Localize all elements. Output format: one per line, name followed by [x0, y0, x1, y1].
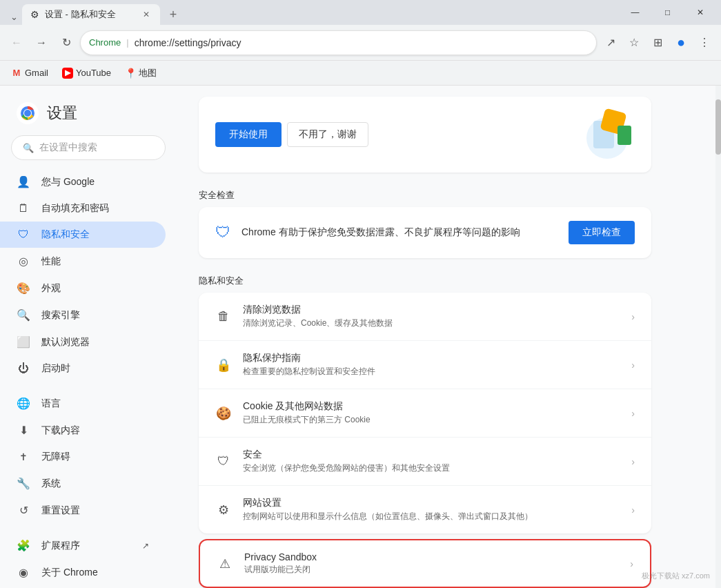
privacy-item-cookies[interactable]: 🍪 Cookie 及其他网站数据 已阻止无痕模式下的第三方 Cookie ›	[199, 389, 651, 438]
omnibox[interactable]: Chrome | chrome://settings/privacy	[80, 30, 597, 55]
content-inner: 开始使用 不用了，谢谢 安全检查 🛡 Chrome 有助于保护您免受数据泄露、不…	[177, 86, 673, 588]
chevron-right-icon-sandbox: ›	[630, 558, 633, 569]
privacy-sandbox-item[interactable]: ⚠ Privacy Sandbox 试用版功能已关闭 ›	[200, 540, 650, 587]
bookmark-maps[interactable]: 📍 地图	[119, 64, 162, 82]
tab-favicon: ⚙	[30, 9, 39, 20]
start-using-button[interactable]: 开始使用	[215, 122, 282, 147]
sidebar-item-system[interactable]: 🔧 系统	[0, 470, 166, 497]
privacy-guide-icon: 🔒	[215, 357, 232, 373]
forward-button[interactable]: →	[30, 32, 52, 54]
privacy-guide-subtitle: 检查重要的隐私控制设置和安全控件	[243, 366, 620, 378]
sidebar-item-reset-label: 重置设置	[41, 504, 80, 517]
active-tab[interactable]: ⚙ 设置 - 隐私和安全 ✕	[22, 4, 160, 25]
autofill-icon: 🗒	[17, 202, 30, 215]
share-icon[interactable]: ↗	[600, 32, 622, 54]
sidebar-item-appearance[interactable]: 🎨 外观	[0, 275, 166, 302]
sidebar-item-language[interactable]: 🌐 语言	[0, 390, 166, 417]
new-tab-button[interactable]: +	[163, 4, 184, 25]
search-engine-icon: 🔍	[17, 308, 30, 322]
scrollbar-track[interactable]	[715, 86, 721, 588]
security-check-card: 🛡 Chrome 有助于保护您免受数据泄露、不良扩展程序等问题的影响 立即检查	[199, 207, 651, 258]
sidebar-item-default-browser-label: 默认浏览器	[41, 336, 90, 349]
bookmark-icon[interactable]: ☆	[623, 32, 645, 54]
scrollbar-thumb[interactable]	[715, 99, 721, 155]
sidebar-item-downloads[interactable]: ⬇ 下载内容	[0, 417, 166, 444]
refresh-button[interactable]: ↻	[55, 32, 77, 54]
security-title: 安全	[243, 449, 620, 461]
site-settings-content: 网站设置 控制网站可以使用和显示什么信息（如位置信息、摄像头、弹出式窗口及其他）	[243, 497, 620, 522]
sidebar-item-extensions-label: 扩展程序	[41, 540, 80, 552]
bookmarks-bar: M Gmail ▶ YouTube 📍 地图	[0, 61, 721, 86]
watermark: 极光下载站 xz7.com	[642, 571, 710, 581]
sidebar-item-search[interactable]: 🔍 搜索引擎	[0, 302, 166, 329]
sidebar-item-extensions[interactable]: 🧩 扩展程序 ↗	[0, 532, 166, 559]
privacy-guide-title: 隐私保护指南	[243, 352, 620, 364]
sidebar-item-google-label: 您与 Google	[41, 176, 95, 188]
privacy-icon: 🛡	[17, 228, 30, 241]
accessibility-icon: ✝	[17, 451, 30, 462]
sandbox-warning-icon: ⚠	[217, 556, 233, 571]
sidebar-item-downloads-label: 下载内容	[41, 424, 80, 437]
omnibox-separator: |	[126, 37, 128, 48]
sidebar-item-privacy[interactable]: 🛡 隐私和安全	[0, 222, 166, 248]
sidebar-item-search-label: 搜索引擎	[41, 309, 80, 322]
sidebar-item-startup[interactable]: ⏻ 启动时	[0, 355, 166, 382]
appearance-icon: 🎨	[17, 282, 30, 295]
sidebar-item-performance[interactable]: ◎ 性能	[0, 248, 166, 275]
default-browser-icon: ⬜	[17, 335, 30, 349]
security-content: 安全 安全浏览（保护您免受危险网站的侵害）和其他安全设置	[243, 449, 620, 474]
performance-icon: ◎	[17, 255, 30, 268]
sidebar-item-startup-label: 启动时	[41, 362, 70, 375]
settings-search-box[interactable]: 🔍 在设置中搜索	[11, 135, 166, 160]
security-card-text: Chrome 有助于保护您免受数据泄露、不良扩展程序等问题的影响	[241, 226, 520, 239]
bookmark-gmail[interactable]: M Gmail	[6, 65, 54, 81]
privacy-section-label: 隐私和安全	[199, 275, 651, 287]
sidebar-search-container: 🔍 在设置中搜索	[0, 135, 177, 168]
profile-icon[interactable]: ●	[670, 32, 692, 54]
language-icon: 🌐	[17, 397, 30, 410]
sidebar-item-google[interactable]: 👤 您与 Google	[0, 168, 166, 195]
security-section-label: 安全检查	[199, 189, 651, 202]
site-settings-title: 网站设置	[243, 497, 620, 509]
sidebar-item-about[interactable]: ◉ 关于 Chrome	[0, 559, 166, 586]
chrome-main: 设置 🔍 在设置中搜索 👤 您与 Google 🗒 自动填充和密码 🛡 隐私和安…	[0, 86, 721, 588]
sidebar-item-accessibility[interactable]: ✝ 无障碍	[0, 444, 166, 470]
titlebar: ⌄ ⚙ 设置 - 隐私和安全 ✕ + — □ ✕	[0, 0, 721, 25]
chevron-right-icon-4: ›	[631, 456, 635, 467]
menu-icon[interactable]: ⋮	[693, 32, 715, 54]
bookmark-youtube[interactable]: ▶ YouTube	[57, 65, 117, 81]
chevron-right-icon-3: ›	[631, 408, 635, 419]
sidebar-item-reset[interactable]: ↺ 重置设置	[0, 497, 166, 524]
banner-buttons: 开始使用 不用了，谢谢	[215, 122, 368, 147]
site-settings-subtitle: 控制网站可以使用和显示什么信息（如位置信息、摄像头、弹出式窗口及其他）	[243, 511, 620, 522]
back-button[interactable]: ←	[6, 32, 28, 54]
sidebar-item-performance-label: 性能	[41, 255, 61, 268]
close-button[interactable]: ✕	[684, 4, 715, 21]
tab-close-button[interactable]: ✕	[141, 9, 152, 20]
sidebar-item-autofill[interactable]: 🗒 自动填充和密码	[0, 195, 166, 222]
sidebar-item-accessibility-label: 无障碍	[41, 451, 70, 463]
no-thanks-button[interactable]: 不用了，谢谢	[287, 122, 368, 147]
clear-data-subtitle: 清除浏览记录、Cookie、缓存及其他数据	[243, 317, 620, 329]
privacy-item-clear-data[interactable]: 🗑 清除浏览数据 清除浏览记录、Cookie、缓存及其他数据 ›	[199, 293, 651, 341]
cookie-icon: 🍪	[215, 406, 232, 421]
chevron-right-icon-5: ›	[631, 504, 635, 516]
sidebar-item-default-browser[interactable]: ⬜ 默认浏览器	[0, 329, 166, 355]
chevron-down-icon[interactable]: ⌄	[6, 8, 22, 25]
clear-data-content: 清除浏览数据 清除浏览记录、Cookie、缓存及其他数据	[243, 304, 620, 329]
minimize-button[interactable]: —	[620, 4, 651, 21]
maximize-button[interactable]: □	[652, 4, 683, 21]
privacy-item-guide[interactable]: 🔒 隐私保护指南 检查重要的隐私控制设置和安全控件 ›	[199, 341, 651, 389]
privacy-item-security[interactable]: 🛡 安全 安全浏览（保护您免受危险网站的侵害）和其他安全设置 ›	[199, 438, 651, 486]
sidebar-header: 设置	[0, 97, 177, 135]
reset-icon: ↺	[17, 504, 30, 517]
privacy-item-site-settings[interactable]: ⚙ 网站设置 控制网站可以使用和显示什么信息（如位置信息、摄像头、弹出式窗口及其…	[199, 486, 651, 533]
about-icon: ◉	[17, 566, 30, 579]
extensions-sidebar-icon: 🧩	[17, 539, 30, 552]
extensions-icon[interactable]: ⊞	[646, 32, 669, 54]
clear-data-title: 清除浏览数据	[243, 304, 620, 316]
sidebar-item-about-label: 关于 Chrome	[41, 567, 98, 579]
privacy-guide-content: 隐私保护指南 检查重要的隐私控制设置和安全控件	[243, 352, 620, 378]
shield-blue-icon: 🛡	[215, 224, 230, 242]
check-now-button[interactable]: 立即检查	[569, 221, 635, 244]
